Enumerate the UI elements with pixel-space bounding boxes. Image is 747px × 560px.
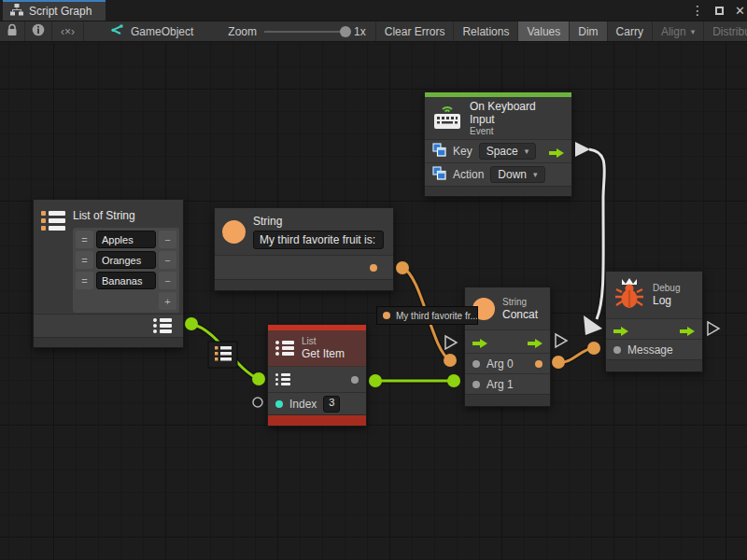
zoom-label: Zoom: [228, 25, 257, 38]
arg0-input-port[interactable]: [472, 360, 480, 368]
unconnected-flow-marker: [708, 322, 719, 335]
port-row-arg1: Arg 1: [465, 373, 550, 394]
flow-output-port[interactable]: [528, 336, 543, 347]
item-output-port[interactable]: [351, 376, 359, 384]
wire-cap: [252, 372, 265, 385]
list-icon: [41, 211, 65, 231]
chevron-down-icon: ▾: [691, 27, 696, 36]
port-row-index: Index 3: [268, 392, 366, 414]
values-button[interactable]: Values: [518, 21, 570, 41]
zoom-value: 1x: [354, 25, 366, 38]
remove-item-button[interactable]: −: [159, 272, 176, 289]
tab-script-graph[interactable]: Script Graph: [3, 0, 106, 21]
node-concat[interactable]: String Concat Arg 0 Arg 1: [464, 287, 551, 407]
node-header: List of String = Apples − = Oranges − =: [34, 200, 183, 314]
string-output-port[interactable]: [370, 264, 377, 272]
node-header: On Keyboard Input Event: [425, 97, 571, 139]
carry-button[interactable]: Carry: [608, 21, 653, 41]
drag-handle[interactable]: =: [76, 272, 93, 289]
key-dropdown[interactable]: Space▾: [479, 143, 537, 160]
node-title: String: [253, 215, 384, 228]
node-category: String: [502, 297, 538, 308]
align-button[interactable]: Align▾: [653, 21, 704, 41]
script-graph-icon: [10, 4, 23, 19]
node-string-literal[interactable]: String My third favorite fruit is:: [214, 207, 394, 291]
graph-canvas[interactable]: On Keyboard Input Event Key Space▾ Actio…: [0, 42, 747, 560]
wire-cap: [447, 374, 460, 387]
node-footer: [34, 337, 183, 347]
node-subtitle: Event: [470, 126, 562, 137]
maximize-icon[interactable]: [715, 7, 724, 15]
arg0-label: Arg 0: [486, 357, 514, 371]
index-input[interactable]: 3: [323, 396, 340, 413]
port-row-list-in: [268, 366, 366, 392]
info-icon: [32, 23, 45, 39]
string-value-dot: [383, 312, 390, 319]
graph-context-button[interactable]: GameObject: [101, 21, 202, 41]
list-output-port[interactable]: [153, 318, 172, 333]
graph-context-label: GameObject: [131, 25, 193, 38]
node-list-of-string[interactable]: List of String = Apples − = Oranges − =: [33, 199, 184, 348]
port-row-message: Message: [606, 339, 702, 359]
list-item-row: = Oranges −: [76, 251, 176, 269]
dim-button[interactable]: Dim: [570, 21, 607, 41]
close-icon[interactable]: ✕: [735, 4, 745, 18]
list-input-port[interactable]: [275, 373, 290, 385]
lock-button[interactable]: [0, 21, 25, 41]
list-item-row: = Apples −: [76, 231, 176, 248]
string-value-input[interactable]: My third favorite fruit is:: [253, 231, 384, 249]
node-header: List Get Item: [268, 330, 366, 366]
node-category: List: [302, 336, 345, 347]
window-controls: ⋮ ✕: [691, 0, 745, 21]
node-debug-log[interactable]: Debug Log Message: [605, 271, 703, 372]
list-item-input[interactable]: Oranges: [96, 251, 156, 269]
wire-cap: [587, 342, 600, 355]
flow-output-port[interactable]: [549, 146, 564, 157]
node-header: Debug Log: [606, 272, 702, 318]
key-binding-icon: [432, 166, 446, 184]
add-item-button[interactable]: +: [159, 292, 176, 310]
wire-cap: [396, 261, 409, 274]
remove-item-button[interactable]: −: [159, 231, 176, 248]
info-button[interactable]: [25, 21, 52, 41]
lock-icon: [7, 23, 18, 39]
list-item-input[interactable]: Apples: [96, 231, 156, 248]
action-label: Action: [453, 168, 484, 181]
zoom-slider-handle[interactable]: [340, 26, 351, 37]
port-row-arg0: Arg 0: [465, 353, 550, 373]
action-dropdown[interactable]: Down▾: [490, 166, 544, 183]
chevron-down-icon: ▾: [533, 170, 538, 179]
index-input-port[interactable]: [275, 400, 283, 408]
wire-concat-to-log[interactable]: [558, 348, 594, 362]
tab-bar: Script Graph ⋮ ✕: [0, 0, 747, 21]
node-on-keyboard-input[interactable]: On Keyboard Input Event Key Space▾ Actio…: [424, 91, 572, 197]
unconnected-flow-marker: [556, 334, 567, 347]
message-label: Message: [627, 343, 673, 357]
code-preview-button[interactable]: ‹×›: [52, 21, 84, 41]
error-accent-strip-bottom: [268, 414, 366, 426]
node-title: Concat: [502, 308, 538, 321]
node-get-item[interactable]: List Get Item Index 3: [267, 324, 367, 427]
port-row-action: Action Down▾: [425, 162, 571, 186]
clear-errors-button[interactable]: Clear Errors: [375, 21, 455, 41]
node-header: String My third favorite fruit is:: [215, 208, 393, 255]
wire-list-to-getitem[interactable]: [191, 324, 259, 379]
wire-start-cap: [575, 142, 590, 157]
flow-input-port[interactable]: [613, 324, 628, 335]
zoom-slider-track[interactable]: [264, 31, 346, 33]
drag-handle[interactable]: =: [76, 231, 93, 248]
wire-outline: [589, 149, 604, 319]
result-output-port[interactable]: [535, 360, 543, 368]
menu-dots-icon[interactable]: ⋮: [691, 3, 704, 18]
list-item-input[interactable]: Bananas: [96, 272, 156, 289]
flow-input-port[interactable]: [472, 336, 487, 347]
remove-item-button[interactable]: −: [159, 251, 176, 269]
flow-output-port[interactable]: [680, 324, 695, 335]
drag-handle[interactable]: =: [76, 251, 93, 269]
arg1-input-port[interactable]: [472, 381, 480, 388]
relations-button[interactable]: Relations: [454, 21, 518, 41]
message-input-port[interactable]: [613, 346, 621, 354]
keyboard-icon: [432, 103, 462, 134]
wire-keyboard-to-log[interactable]: [589, 149, 604, 319]
distribute-button[interactable]: Distribute▾: [704, 21, 747, 41]
